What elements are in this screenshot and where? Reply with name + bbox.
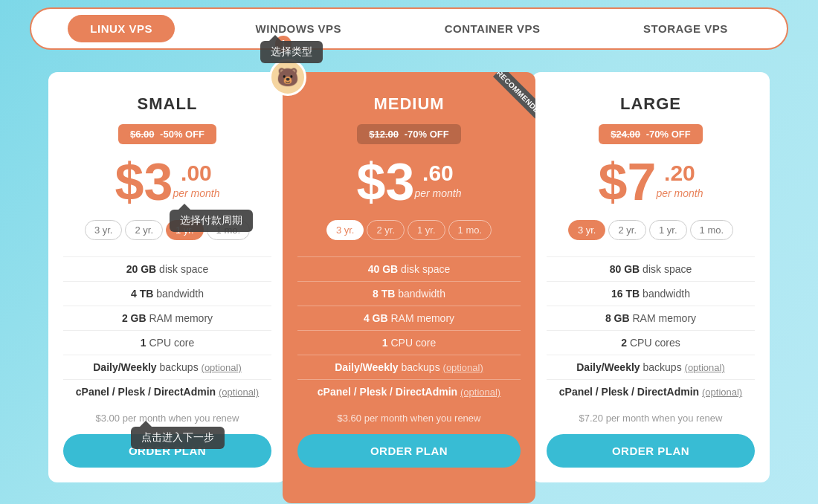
medium-spec-bandwidth: 8 TB bandwidth	[297, 281, 521, 306]
medium-order-button[interactable]: ORDER PLAN	[297, 434, 521, 468]
large-spec-cpanel: cPanel / Plesk / DirectAdmin (optional)	[547, 379, 755, 404]
tooltip-step3: 点击进入下一步	[131, 427, 225, 449]
plan-medium: 🐻 RECOMMENDED MEDIUM $12.00 -70% OFF $3 …	[283, 72, 535, 503]
large-order-button[interactable]: ORDER PLAN	[547, 434, 755, 468]
medium-discount: -70% OFF	[405, 129, 449, 140]
small-discount: -50% OFF	[160, 129, 204, 140]
large-discount: -70% OFF	[646, 129, 691, 140]
small-spec-ram: 2 GB RAM memory	[63, 306, 271, 330]
tab-navigation: LINUX VPS WINDOWS VPS CONTAINER VPS STOR…	[30, 7, 788, 50]
medium-price-cents: .60	[414, 162, 461, 184]
medium-original-price: $12.00	[369, 129, 399, 140]
large-period-buttons: 3 yr. 2 yr. 1 yr. 1 mo.	[547, 220, 755, 240]
medium-period-buttons: 3 yr. 2 yr. 1 yr. 1 mo.	[297, 220, 521, 240]
small-renew-price: $3.00 per month when you renew	[63, 413, 271, 424]
small-spec-bandwidth: 4 TB bandwidth	[63, 281, 271, 306]
small-period-2yr[interactable]: 2 yr.	[125, 220, 163, 240]
large-period-2yr[interactable]: 2 yr.	[608, 220, 646, 240]
medium-spec-cpanel: cPanel / Plesk / DirectAdmin (optional)	[297, 379, 521, 404]
recommended-ribbon-text: RECOMMENDED	[493, 72, 535, 119]
plan-small: SMALL $6.00 -50% OFF $3 .00 per month 3 …	[48, 72, 286, 482]
large-period-3yr[interactable]: 3 yr.	[568, 220, 606, 240]
medium-price-main: $3	[357, 156, 415, 208]
medium-per-month: per month	[414, 187, 461, 199]
small-original-price: $6.00	[130, 129, 155, 140]
tab-linux-vps[interactable]: LINUX VPS	[68, 15, 175, 42]
large-original-price: $24.00	[611, 129, 640, 140]
large-spec-ram: 8 GB RAM memory	[547, 306, 755, 330]
medium-spec-cpu: 1 CPU core	[297, 330, 521, 355]
large-per-month: per month	[656, 187, 703, 199]
tab-container-vps[interactable]: CONTAINER VPS	[422, 15, 563, 42]
medium-period-3yr[interactable]: 3 yr.	[326, 220, 364, 240]
small-period-3yr[interactable]: 3 yr.	[85, 220, 123, 240]
large-price-badge: $24.00 -70% OFF	[599, 124, 702, 144]
large-spec-cpu: 2 CPU cores	[547, 330, 755, 355]
large-period-1mo[interactable]: 1 mo.	[690, 220, 734, 240]
small-per-month: per month	[173, 187, 219, 199]
large-price-container: $7 .20 per month	[547, 156, 755, 208]
medium-spec-backups: Daily/Weekly backups (optional)	[297, 355, 521, 379]
small-plan-title: SMALL	[63, 94, 271, 114]
main-container: LINUX VPS WINDOWS VPS CONTAINER VPS STOR…	[0, 0, 818, 504]
large-period-1yr[interactable]: 1 yr.	[649, 220, 687, 240]
tab-storage-vps[interactable]: STORAGE VPS	[621, 15, 750, 42]
small-spec-cpu: 1 CPU core	[63, 330, 271, 355]
large-plan-title: LARGE	[547, 94, 755, 114]
large-spec-bandwidth: 16 TB bandwidth	[547, 281, 755, 306]
medium-period-2yr[interactable]: 2 yr.	[367, 220, 405, 240]
large-price-main: $7	[599, 156, 657, 208]
large-price-cents: .20	[656, 162, 703, 184]
tab-windows-vps[interactable]: WINDOWS VPS	[234, 15, 364, 42]
medium-price-container: $3 .60 per month	[297, 156, 521, 208]
medium-spec-disk: 40 GB disk space	[297, 256, 521, 281]
small-spec-cpanel: cPanel / Plesk / DirectAdmin (optional)	[63, 379, 271, 404]
large-spec-backups: Daily/Weekly backups (optional)	[547, 355, 755, 379]
medium-spec-ram: 4 GB RAM memory	[297, 306, 521, 330]
plan-large: LARGE $24.00 -70% OFF $7 .20 per month 3…	[532, 72, 770, 482]
tooltip-step1: 选择类型	[260, 41, 323, 63]
small-spec-backups: Daily/Weekly backups (optional)	[63, 355, 271, 379]
medium-price-badge: $12.00 -70% OFF	[357, 124, 460, 144]
tooltip-step2: 选择付款周期	[170, 210, 253, 232]
large-spec-disk: 80 GB disk space	[547, 256, 755, 281]
bear-icon: 🐻	[269, 59, 306, 96]
small-spec-disk: 20 GB disk space	[63, 256, 271, 281]
large-renew-price: $7.20 per month when you renew	[547, 413, 755, 424]
small-price-badge: $6.00 -50% OFF	[118, 124, 216, 144]
small-price-cents: .00	[173, 162, 219, 184]
medium-period-1yr[interactable]: 1 yr.	[408, 220, 445, 240]
recommended-badge: RECOMMENDED	[476, 72, 535, 132]
medium-renew-price: $3.60 per month when you renew	[297, 413, 521, 424]
small-price-container: $3 .00 per month	[63, 156, 271, 208]
small-price-main: $3	[115, 156, 173, 208]
medium-period-1mo[interactable]: 1 mo.	[448, 220, 492, 240]
